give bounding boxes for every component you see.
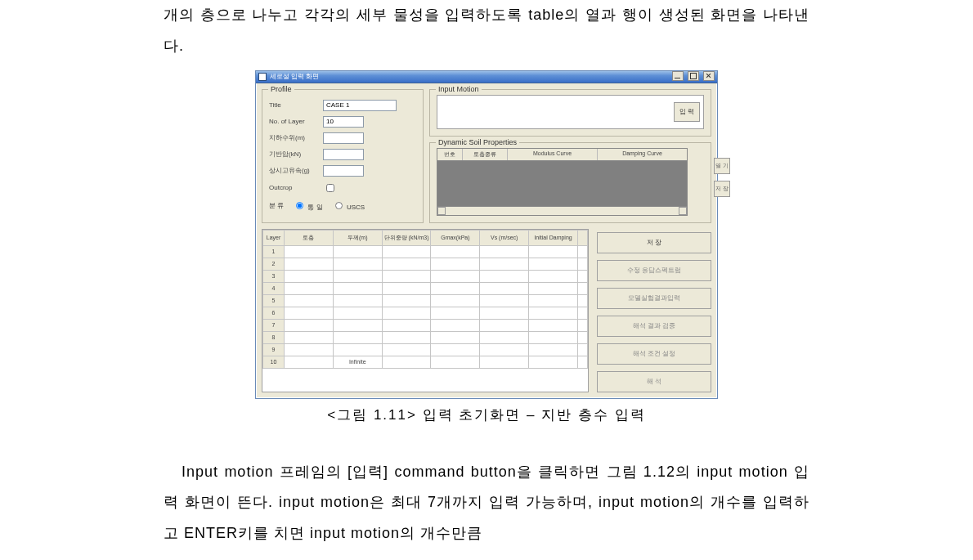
accel-input[interactable] [323,165,364,177]
dsp-save-button[interactable]: 저 장 [714,181,730,197]
dsp-header-2: Modulus Curve [508,149,598,160]
bedrock-label: 기반암(kN) [269,150,318,159]
nlayer-input[interactable] [323,116,364,128]
close-button[interactable] [703,71,715,81]
outcrop-checkbox[interactable] [326,184,334,192]
paragraph-bottom: Input motion 프레임의 [입력] command button을 클… [164,457,809,549]
action-button-2[interactable]: 수정 응답스펙트럼 [597,260,711,281]
class-label: 분 류 [269,201,284,210]
action-button-4[interactable]: 해석 결과 검증 [597,316,711,337]
figure-caption: <그림 1.11> 입력 초기화면 – 지반 층수 입력 [0,405,973,424]
dsp-header-0: 번호 [437,149,463,160]
table-row[interactable]: 10Infinite [263,356,588,368]
dialog-window: 세로설 입력 화면 Profile Title No. [255,70,718,399]
dynamic-soil-group: Dynamic Soil Properties 번호 토층종류 Modulus … [429,142,711,223]
dsp-header-row: 번호 토층종류 Modulus Curve Damping Curve [437,148,688,161]
action-panel: 저 장 수정 응답스펙트럼 모델실험결과입력 해석 결과 검증 해석 조건 설정… [597,229,711,392]
table-row[interactable]: 6 [263,307,588,319]
table-row[interactable]: 2 [263,258,588,270]
app-icon [258,73,267,81]
dsp-grid[interactable] [437,161,688,207]
title-label: Title [269,101,318,109]
paragraph-top: 개의 층으로 나누고 각각의 세부 물성을 입력하도록 table의 열과 행이… [164,0,809,62]
outcrop-label: Outcrop [269,184,318,191]
minimize-button[interactable] [672,71,684,81]
gw-label: 지하수위(m) [269,133,318,142]
nlayer-label: No. of Layer [269,118,318,125]
input-motion-group: Input Motion 입 력 [429,89,711,137]
layer-table[interactable]: Layer 토층 두께(m) 단위중량 (kN/m3) Gmax(kPa) Vs… [262,229,589,392]
action-button-5[interactable]: 해석 조건 설정 [597,343,711,365]
save-button[interactable]: 저 장 [597,232,711,253]
accel-label: 상시고유속(g) [269,166,318,175]
action-button-6[interactable]: 해 석 [597,371,711,392]
table-row[interactable]: 9 [263,343,588,356]
profile-legend: Profile [268,85,294,93]
profile-group: Profile Title No. of Layer 지하수위(m) [262,89,424,223]
layer-table-header: Layer 토층 두께(m) 단위중량 (kN/m3) Gmax(kPa) Vs… [263,230,588,245]
dsp-header-1: 토층종류 [463,149,508,160]
action-button-3[interactable]: 모델실험결과입력 [597,288,711,309]
dsp-legend: Dynamic Soil Properties [436,138,519,146]
dsp-scrollbar[interactable] [437,207,688,216]
input-motion-list: 입 력 [437,95,704,129]
maximize-button[interactable] [688,71,699,81]
gw-input[interactable] [323,132,364,144]
table-row[interactable]: 7 [263,319,588,331]
table-row[interactable]: 8 [263,331,588,343]
dsp-open-button[interactable]: 열 기 [714,158,730,174]
dsp-header-3: Damping Curve [598,149,687,160]
input-motion-button[interactable]: 입 력 [674,102,700,122]
title-input[interactable] [323,100,397,111]
titlebar: 세로설 입력 화면 [256,71,717,83]
table-row[interactable]: 5 [263,294,588,307]
table-row[interactable]: 1 [263,245,588,258]
input-motion-legend: Input Motion [436,85,482,93]
table-row[interactable]: 3 [263,270,588,282]
class-opt2[interactable]: USCS [331,199,365,211]
table-row[interactable]: 4 [263,282,588,294]
window-title: 세로설 입력 화면 [270,72,319,81]
class-opt1[interactable]: 통 일 [292,199,322,212]
bedrock-input[interactable] [323,149,364,160]
